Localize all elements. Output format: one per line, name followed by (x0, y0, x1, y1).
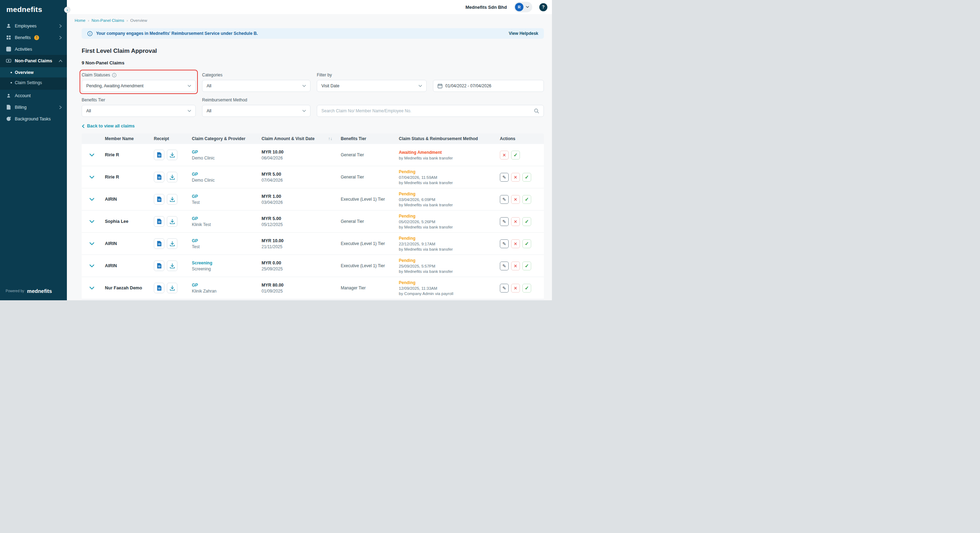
search-icon[interactable] (534, 108, 539, 114)
download-receipt-button[interactable] (167, 283, 177, 293)
status-date: 07/04/2026, 11:59AM (399, 175, 497, 180)
sidebar-nav: EmployeesBenefits!ActivitiesNon-Panel Cl… (0, 20, 67, 283)
claim-category-link[interactable]: GP (192, 283, 198, 288)
download-receipt-button[interactable] (167, 150, 177, 160)
provider-name: Screening (192, 266, 259, 271)
claim-status: Pending (399, 214, 497, 219)
claim-category-link[interactable]: GP (192, 194, 198, 199)
sidebar-item-label: Non-Panel Claims (15, 59, 52, 64)
header-claim-status: Claim Status & Reimbursement Method (399, 136, 500, 141)
help-button[interactable]: ? (539, 3, 547, 11)
back-to-all-claims-link[interactable]: Back to view all claims (82, 124, 135, 129)
claim-category-link[interactable]: GP (192, 150, 198, 154)
reject-claim-button[interactable]: × (511, 217, 520, 226)
sidebar-item-employees[interactable]: Employees (0, 20, 67, 32)
edit-claim-button[interactable]: ✎ (500, 284, 509, 293)
sidebar-item-background-tasks[interactable]: Background Tasks (0, 113, 67, 125)
approve-claim-button[interactable]: ✓ (511, 151, 520, 159)
view-receipt-button[interactable] (154, 283, 164, 293)
member-name: Ririe R (105, 175, 119, 180)
breadcrumb-home[interactable]: Home (75, 18, 86, 22)
sidebar-item-billing[interactable]: Billing (0, 102, 67, 113)
view-receipt-button[interactable] (154, 150, 164, 160)
provider-name: Demo Clinic (192, 178, 259, 183)
provider-name: Test (192, 200, 259, 205)
edit-claim-button[interactable]: ✎ (500, 262, 509, 270)
approve-claim-button[interactable]: ✓ (522, 262, 531, 270)
view-receipt-button[interactable] (154, 261, 164, 271)
approve-claim-button[interactable]: ✓ (522, 284, 531, 293)
claim-statuses-select[interactable]: Pending, Awaiting Amendment (82, 80, 196, 92)
account-menu[interactable]: R (514, 2, 532, 12)
reject-claim-button[interactable]: × (511, 239, 520, 248)
sidebar-item-non-panel-claims[interactable]: Non-Panel Claims (0, 55, 67, 67)
approve-claim-button[interactable]: ✓ (522, 239, 531, 248)
download-receipt-button[interactable] (167, 261, 177, 271)
claim-amount: MYR 1.00 (261, 194, 338, 199)
claim-category-link[interactable]: GP (192, 216, 198, 221)
provider-name: Test (192, 244, 259, 249)
view-helpdesk-link[interactable]: View Helpdesk (509, 31, 538, 36)
view-receipt-button[interactable] (154, 194, 164, 205)
claim-amount: MYR 10.00 (261, 238, 338, 243)
sidebar-item-label: Activities (15, 47, 32, 52)
categories-select[interactable]: All (202, 80, 310, 92)
filter-by-filter: Filter by Visit Date (317, 73, 426, 92)
powered-by-label: Powered by (6, 289, 24, 293)
expand-row-button[interactable] (89, 220, 94, 223)
status-date: 12/09/2025, 11:33AM (399, 286, 497, 290)
sort-icon[interactable]: ↑↓ (328, 136, 338, 141)
sidebar-subitem-label: Overview (15, 70, 33, 75)
approve-claim-button[interactable]: ✓ (522, 173, 531, 181)
account-icon (6, 93, 11, 99)
view-receipt-button[interactable] (154, 172, 164, 182)
edit-claim-button[interactable]: ✎ (500, 217, 509, 226)
edit-claim-button[interactable]: ✎ (500, 173, 509, 181)
table-body: Ririe R GP Demo Clinic MYR 10.00 06/04/2… (82, 144, 544, 299)
expand-row-button[interactable] (89, 286, 94, 290)
expand-row-button[interactable] (89, 176, 94, 179)
filters: Claim Statuses Pending, Awaiting Amendme… (82, 73, 544, 117)
view-receipt-button[interactable] (154, 216, 164, 227)
download-receipt-button[interactable] (167, 216, 177, 227)
download-receipt-button[interactable] (167, 194, 177, 205)
benefits-tier-select[interactable]: All (82, 105, 196, 117)
sidebar-subitem-claim-settings[interactable]: Claim Settings (0, 78, 67, 88)
expand-row-button[interactable] (89, 198, 94, 201)
expand-row-button[interactable] (89, 153, 94, 157)
filter-by-select[interactable]: Visit Date (317, 80, 426, 92)
date-range-filter: 01/04/2022 - 07/04/2026 (433, 73, 544, 92)
claim-category-link[interactable]: Screening (192, 261, 212, 266)
expand-row-button[interactable] (89, 242, 94, 245)
approve-claim-button[interactable]: ✓ (522, 195, 531, 204)
breadcrumb-non-panel-claims[interactable]: Non-Panel Claims (92, 18, 124, 22)
sidebar-subitem-overview[interactable]: Overview (0, 67, 67, 78)
reimbursement-method-select[interactable]: All (202, 105, 310, 117)
sidebar-collapse-button[interactable]: ‹ (64, 7, 70, 13)
expand-row-button[interactable] (89, 264, 94, 267)
edit-claim-button[interactable]: ✎ (500, 195, 509, 204)
status-date: 05/02/2026, 5:26PM (399, 220, 497, 224)
claims-icon (6, 58, 11, 64)
reimbursement-method: by Mednefits via bank transfer (399, 269, 497, 274)
claim-category-link[interactable]: GP (192, 172, 198, 177)
reject-claim-button[interactable]: × (511, 195, 520, 204)
reject-claim-button[interactable]: × (511, 173, 520, 181)
view-receipt-button[interactable] (154, 238, 164, 249)
reject-claim-button[interactable]: × (500, 151, 509, 159)
sidebar-item-benefits[interactable]: Benefits! (0, 32, 67, 43)
sidebar-item-account[interactable]: Account (0, 90, 67, 102)
download-receipt-button[interactable] (167, 172, 177, 182)
sidebar-item-activities[interactable]: Activities (0, 43, 67, 55)
approve-claim-button[interactable]: ✓ (522, 217, 531, 226)
date-range-input[interactable]: 01/04/2022 - 07/04/2026 (433, 80, 544, 92)
reimbursement-method: by Mednefits via bank transfer (399, 181, 497, 185)
reject-claim-button[interactable]: × (511, 284, 520, 293)
search-input[interactable] (321, 108, 534, 113)
download-receipt-button[interactable] (167, 238, 177, 249)
categories-label: Categories (202, 73, 310, 78)
reject-claim-button[interactable]: × (511, 262, 520, 270)
edit-claim-button[interactable]: ✎ (500, 239, 509, 248)
receipt-file-icon (157, 263, 162, 269)
claim-category-link[interactable]: GP (192, 238, 198, 243)
